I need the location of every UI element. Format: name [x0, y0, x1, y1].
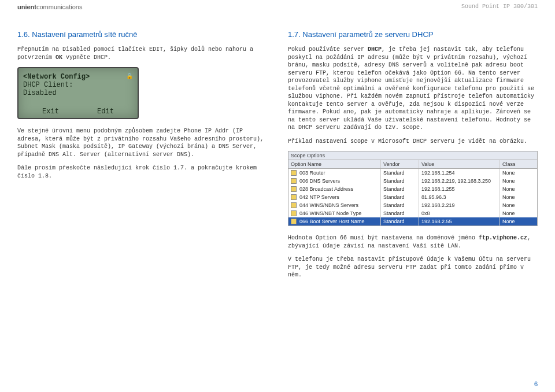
text: Hodnota Option 66 musí být nastavena na … [288, 235, 479, 241]
device-model: Sound Point IP 300/301 [461, 3, 538, 10]
cell: Standard [381, 185, 419, 193]
logo: unientcommunications [17, 3, 82, 10]
cell: 0x8 [419, 209, 500, 217]
dhcp-scope-table: Scope Options Option Name Vendor Value C… [288, 151, 538, 226]
cell: Standard [381, 217, 419, 225]
table-row: 042 NTP Servers Standard 81.95.96.3 None [288, 193, 537, 201]
option-icon [291, 210, 297, 216]
right-paragraph-3: Hodnota Option 66 musí být nastavena na … [288, 234, 538, 250]
cell: Standard [381, 201, 419, 209]
option-icon [291, 170, 297, 176]
left-column: 1.6. Nastavení parametrů sítě ručně Přep… [17, 30, 267, 285]
content-columns: 1.6. Nastavení parametrů sítě ručně Přep… [0, 13, 555, 285]
cell: None [500, 185, 527, 193]
table-row: 046 WINS/NBT Node Type Standard 0x8 None [288, 209, 537, 217]
lcd-title: <Network Config> [23, 73, 90, 81]
col-option-name: Option Name [288, 160, 381, 168]
option-icon [291, 202, 297, 208]
lcd-softkey-edit: Edit [97, 108, 114, 116]
option-icon [291, 178, 297, 184]
logo-light: communications [36, 3, 82, 10]
option-icon [291, 219, 297, 224]
cell: None [500, 193, 527, 201]
cell: 003 Router [299, 170, 325, 176]
text: vypněte DHCP. [62, 54, 111, 61]
table-row: 003 Router Standard 192.168.1.254 None [288, 169, 537, 177]
cell: None [500, 177, 527, 185]
text: , je třeba jej nastavit tak, aby telefon… [288, 46, 534, 131]
cell: Standard [381, 177, 419, 185]
lock-icon: 🔒 [126, 73, 133, 81]
right-column: 1.7. Nastavení parametrů ze serveru DHCP… [288, 30, 538, 285]
table-row: 028 Broadcast Address Standard 192.168.1… [288, 185, 537, 193]
section-1-7-heading: 1.7. Nastavení parametrů ze serveru DHCP [288, 30, 538, 39]
cell: 192.168.1.255 [419, 185, 500, 193]
table-row-selected: 066 Boot Server Host Name Standard 192.1… [288, 217, 537, 225]
cell: 044 WINS/NBNS Servers [299, 202, 358, 208]
lcd-line-1: DHCP Client: [23, 81, 133, 89]
left-paragraph-3: Dále prosím přeskočte následující krok č… [17, 164, 267, 180]
col-value: Value [419, 160, 500, 168]
cell: 81.95.96.3 [419, 193, 500, 201]
table-row: 006 DNS Servers Standard 192.168.2.219, … [288, 177, 537, 185]
phone-lcd-screenshot: <Network Config> 🔒 DHCP Client: Disabled… [17, 67, 139, 119]
option-icon [291, 186, 297, 192]
left-paragraph-1: Přepnutím na Disabled pomocí tlačítek ED… [17, 46, 267, 61]
scope-title: Scope Options [288, 151, 537, 160]
cell: 006 DNS Servers [299, 178, 340, 184]
cell: Standard [381, 169, 419, 177]
cell: 192.168.1.254 [419, 169, 500, 177]
cell: 192.168.2.219 [419, 201, 500, 209]
cell: 042 NTP Servers [299, 194, 339, 200]
cell: Standard [381, 209, 419, 217]
right-paragraph-4: V telefonu je třeba nastavit přístupové … [288, 256, 538, 279]
lcd-softkey-exit: Exit [42, 108, 59, 116]
text: Pokud používáte server [288, 46, 368, 53]
page-header: unientcommunications Sound Point IP 300/… [0, 0, 555, 13]
cell: Standard [381, 193, 419, 201]
text-bold: DHCP [368, 46, 382, 53]
cell: None [500, 217, 527, 225]
left-paragraph-2: Ve stejné úrovni menu podobným způsobem … [17, 127, 267, 158]
logo-bold: unient [17, 3, 36, 10]
right-paragraph-1: Pokud používáte server DHCP, je třeba je… [288, 46, 538, 132]
text-bold: ftp.viphone.cz [479, 235, 527, 241]
col-vendor: Vendor [381, 160, 419, 168]
cell: None [500, 169, 527, 177]
text: Přepnutím na Disabled pomocí tlačítek ED… [17, 46, 253, 61]
cell: 192.168.2.219, 192.168.3.250 [419, 177, 500, 185]
cell: 028 Broadcast Address [299, 186, 353, 192]
right-paragraph-2: Příklad nastavení scope v Microsoft DHCP… [288, 138, 538, 146]
cell: None [500, 201, 527, 209]
text-bold: OK [56, 54, 62, 61]
section-1-6-heading: 1.6. Nastavení parametrů sítě ručně [17, 30, 267, 39]
col-class: Class [500, 160, 527, 168]
lcd-line-2: Disabled [23, 89, 133, 97]
option-icon [291, 194, 297, 200]
cell: 046 WINS/NBT Node Type [299, 210, 361, 216]
table-row: 044 WINS/NBNS Servers Standard 192.168.2… [288, 201, 537, 209]
cell: 066 Boot Server Host Name [299, 219, 365, 224]
cell: None [500, 209, 527, 217]
table-header-row: Option Name Vendor Value Class [288, 160, 537, 169]
cell: 192.168.2.55 [419, 217, 500, 225]
page-number: 6 [534, 380, 538, 387]
